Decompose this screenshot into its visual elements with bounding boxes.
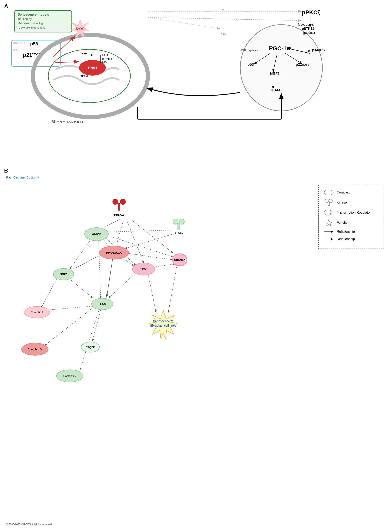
panel-a: A Senescence models induced by -Telomere… — [4, 2, 388, 158]
svg-line-68 — [45, 308, 92, 345]
svg-text:TFAM: TFAM — [80, 52, 87, 55]
svg-point-103 — [324, 190, 333, 195]
legend-item-transcription: Transcription Regulator — [324, 210, 379, 216]
svg-text:Nucleus: Nucleus — [298, 22, 314, 27]
svg-text:ND4: ND4 — [102, 61, 107, 64]
svg-line-65 — [148, 273, 156, 312]
svg-line-64 — [109, 271, 138, 298]
legend-complex-label: Complex — [337, 191, 350, 194]
panel-b: B Path Designer Custom3 — [4, 166, 388, 528]
svg-text:COX1: COX1 — [102, 53, 109, 56]
legend-solid-label: Relationship — [337, 230, 355, 234]
legend-function-label: Function — [337, 221, 349, 225]
svg-text:PPARGC1A: PPARGC1A — [106, 251, 122, 254]
node-senescence: Senescence of fibroblast cell lines — [149, 310, 177, 339]
node-stk11: STK11 — [173, 219, 184, 234]
svg-line-54 — [70, 237, 92, 269]
svg-line-50 — [103, 230, 173, 232]
svg-text:Mitochondria: Mitochondria — [51, 119, 84, 124]
legend-dashed-label: Relationship — [337, 237, 355, 241]
svg-line-48 — [127, 222, 144, 263]
svg-line-63 — [154, 264, 175, 267]
svg-line-70 — [80, 311, 98, 370]
svg-rect-80 — [178, 223, 180, 229]
svg-text:TP53: TP53 — [140, 267, 147, 271]
svg-text:?: ? — [236, 18, 238, 22]
legend-item-kinase: Kinase — [324, 199, 379, 206]
svg-line-61 — [68, 277, 92, 298]
svg-text:PGC-1α: PGC-1α — [269, 45, 290, 52]
svg-text:C1QBP: C1QBP — [86, 346, 95, 349]
svg-text:PRKCZ: PRKCZ — [114, 213, 124, 216]
legend-item-dashed: Relationship — [324, 237, 379, 241]
svg-line-62 — [41, 277, 57, 308]
panel-a-svg: BrdU ROS TFAM COX1 mt-ATP8 ND4 TFAM Mito… — [4, 2, 388, 158]
legend-item-solid: Relationship — [324, 230, 379, 234]
svg-text:mt-ATP8: mt-ATP8 — [102, 57, 112, 60]
svg-point-78 — [173, 219, 178, 224]
svg-text:Complex V: Complex V — [63, 374, 76, 377]
svg-line-6 — [56, 62, 78, 63]
svg-text:(pLKB1): (pLKB1) — [303, 31, 315, 34]
svg-point-1 — [48, 49, 131, 103]
svg-point-79 — [179, 219, 184, 224]
svg-text:TFAM: TFAM — [270, 88, 280, 92]
svg-text:TFAM: TFAM — [98, 302, 107, 306]
svg-line-32 — [148, 18, 301, 21]
svg-text:PDK1: PDK1 — [220, 32, 228, 36]
svg-marker-108 — [325, 219, 332, 226]
legend-box: Complex Kinase Transcription Regulator — [318, 185, 384, 249]
legend-dashed-icon — [324, 237, 334, 241]
svg-text:pSTK11: pSTK11 — [302, 27, 314, 30]
node-cdkn1a: CDKN1A — [173, 254, 187, 266]
svg-text:ATP depletion: ATP depletion — [240, 48, 259, 52]
svg-text:CDKN1A: CDKN1A — [174, 258, 185, 261]
svg-line-66 — [168, 267, 177, 312]
svg-text:?: ? — [222, 9, 224, 13]
svg-text:NRF1: NRF1 — [270, 72, 280, 76]
svg-line-56 — [98, 238, 101, 298]
svg-text:pAMPK: pAMPK — [312, 48, 325, 52]
legend-item-function: Function — [324, 219, 379, 226]
svg-text:TFAM: TFAM — [80, 75, 88, 78]
panel-b-label: B — [4, 167, 8, 174]
svg-line-33 — [148, 18, 220, 29]
svg-text:NRF1: NRF1 — [60, 272, 68, 276]
legend-transcription-label: Transcription Regulator — [337, 211, 371, 214]
legend-function-icon — [324, 219, 334, 226]
legend-item-complex: Complex — [324, 189, 379, 196]
svg-text:BrdU: BrdU — [88, 66, 97, 70]
svg-line-67 — [45, 306, 94, 310]
svg-text:p53: p53 — [247, 62, 254, 66]
svg-text:AMPK: AMPK — [92, 232, 101, 236]
path-designer-label: Path Designer Custom3 — [6, 176, 39, 179]
legend-solid-icon — [324, 230, 334, 234]
svg-point-73 — [120, 199, 126, 205]
legend-transcription-icon — [324, 210, 334, 216]
svg-text:fibroblast cell lines: fibroblast cell lines — [150, 324, 176, 327]
svg-rect-106 — [328, 202, 329, 205]
network-svg: PRKCZ AMPK STK11 PPARGC1A NRF1 TP53 CDKN — [4, 185, 288, 513]
svg-text:Senescence of: Senescence of — [153, 319, 173, 323]
legend-complex-icon — [324, 189, 334, 196]
svg-text:STK11: STK11 — [175, 231, 183, 234]
svg-text:Complex I: Complex I — [31, 311, 43, 314]
svg-line-51 — [125, 234, 173, 249]
legend-kinase-label: Kinase — [337, 201, 347, 204]
svg-line-71 — [107, 257, 113, 297]
svg-rect-74 — [118, 203, 120, 211]
svg-line-69 — [92, 310, 101, 341]
legend-kinase-icon — [324, 199, 334, 206]
svg-line-60 — [123, 253, 173, 260]
svg-text:pPKCζ: pPKCζ — [302, 9, 320, 16]
copyright: © 2000-2017 QIAGEN. All rights reserved. — [6, 523, 52, 526]
svg-point-72 — [112, 199, 118, 205]
svg-text:Complex IV: Complex IV — [28, 348, 42, 351]
node-prkcz: PRKCZ — [112, 199, 126, 216]
svg-text:ROS: ROS — [75, 27, 85, 31]
